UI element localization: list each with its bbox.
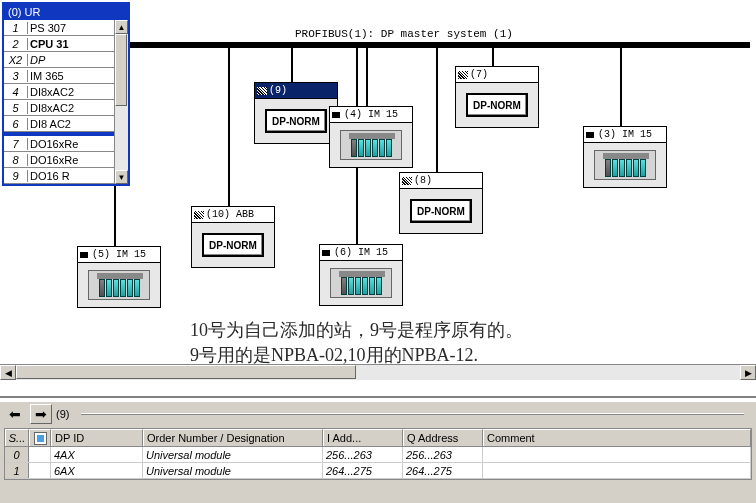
scroll-thumb[interactable]: [115, 34, 127, 106]
cell-icon: [29, 447, 51, 462]
node-label: (4) IM 15: [344, 109, 398, 120]
cell-iaddr: 264...275: [323, 463, 403, 478]
bus-line: [126, 42, 750, 48]
col-comment[interactable]: Comment: [483, 429, 751, 446]
module-table[interactable]: S... DP ID Order Number / Designation I …: [4, 428, 752, 480]
ur-slot-num: 6: [4, 118, 28, 130]
cell-dp-id: 6AX: [51, 463, 143, 478]
ur-slot-name: DI8xAC2: [28, 86, 114, 98]
cell-order: Universal module: [143, 463, 323, 478]
ur-scrollbar[interactable]: ▲ ▼: [114, 20, 128, 184]
scroll-right-icon[interactable]: ▶: [740, 365, 756, 380]
ur-row[interactable]: 5DI8xAC2: [4, 100, 114, 116]
cell-qaddr: 256...263: [403, 447, 483, 462]
ur-slot-num: 8: [4, 154, 28, 166]
ur-slot-num: 1: [4, 22, 28, 34]
rack-icon: [594, 150, 656, 180]
ur-slot-name: DO16 R: [28, 170, 114, 182]
node-label: (7): [470, 69, 488, 80]
col-dp-id[interactable]: DP ID: [51, 429, 143, 446]
col-slot[interactable]: S...: [5, 429, 29, 446]
module-icon: [34, 432, 47, 445]
detail-toolbar: ⬅ ➡ (9): [0, 402, 756, 426]
ur-title[interactable]: (0) UR: [4, 4, 128, 20]
ur-row[interactable]: 4DI8xAC2: [4, 84, 114, 100]
cell-comment: [483, 463, 751, 478]
dpnorm-box: DP-NORM: [202, 233, 264, 257]
rack-icon: [88, 270, 150, 300]
ur-slot-name: DI8xAC2: [28, 102, 114, 114]
ur-rack-window[interactable]: (0) UR 1PS 3072CPU 31X2DP3IM 3654DI8xAC2…: [2, 2, 130, 186]
cell-slot: 1: [5, 463, 29, 478]
node-9[interactable]: (9) DP-NORM: [254, 82, 338, 144]
ur-slot-name: DP: [28, 54, 114, 66]
ur-row[interactable]: 3IM 365: [4, 68, 114, 84]
node-8[interactable]: (8) DP-NORM: [399, 172, 483, 234]
drop-line: [492, 48, 494, 66]
node-7[interactable]: (7) DP-NORM: [455, 66, 539, 128]
scroll-up-icon[interactable]: ▲: [115, 20, 128, 34]
ur-row[interactable]: 9DO16 R: [4, 168, 114, 184]
ur-slot-num: X2: [4, 54, 28, 66]
drop-line: [291, 48, 293, 82]
node-label: (9): [269, 85, 287, 96]
hw-config-canvas[interactable]: PROFIBUS(1): DP master system (1) (9) DP…: [0, 0, 756, 380]
ur-row[interactable]: 7DO16xRe: [4, 136, 114, 152]
ur-slot-name: IM 365: [28, 70, 114, 82]
nav-back-button[interactable]: ⬅: [4, 404, 26, 424]
annotation-text: 10号为自己添加的站，9号是程序原有的。 9号用的是NPBA-02,10用的NP…: [190, 318, 523, 368]
cell-order: Universal module: [143, 447, 323, 462]
cell-dp-id: 4AX: [51, 447, 143, 462]
ur-slot-num: 7: [4, 138, 28, 150]
scroll-left-icon[interactable]: ◀: [0, 365, 16, 380]
node-4[interactable]: (4) IM 15: [329, 106, 413, 168]
ur-slot-num: 9: [4, 170, 28, 182]
detail-path: (9): [56, 408, 69, 420]
node-6[interactable]: (6) IM 15: [319, 244, 403, 306]
table-row[interactable]: 04AXUniversal module256...263256...263: [5, 447, 751, 463]
cell-icon: [29, 463, 51, 478]
col-icon[interactable]: [29, 429, 51, 446]
detail-panel: ⬅ ➡ (9) S... DP ID Order Number / Design…: [0, 396, 756, 503]
ur-row[interactable]: X2DP: [4, 52, 114, 68]
dpnorm-box: DP-NORM: [265, 109, 327, 133]
ur-row[interactable]: 6DI8 AC2: [4, 116, 114, 132]
ur-slot-num: 4: [4, 86, 28, 98]
node-label: (5) IM 15: [92, 249, 146, 260]
node-label: (8): [414, 175, 432, 186]
ur-row[interactable]: 8DO16xRe: [4, 152, 114, 168]
ur-slot-name: DO16xRe: [28, 138, 114, 150]
cell-iaddr: 256...263: [323, 447, 403, 462]
ur-slot-name: CPU 31: [28, 38, 114, 50]
cell-slot: 0: [5, 447, 29, 462]
drop-line: [366, 48, 368, 106]
scroll-down-icon[interactable]: ▼: [115, 170, 128, 184]
col-iaddr[interactable]: I Add...: [323, 429, 403, 446]
scroll-thumb[interactable]: [16, 365, 356, 379]
nav-forward-button[interactable]: ➡: [30, 404, 52, 424]
dpnorm-box: DP-NORM: [466, 93, 528, 117]
cell-comment: [483, 447, 751, 462]
node-10[interactable]: (10) ABB DP-NORM: [191, 206, 275, 268]
table-row[interactable]: 16AXUniversal module264...275264...275: [5, 463, 751, 479]
drop-line: [620, 48, 622, 126]
node-label: (10) ABB: [206, 209, 254, 220]
ur-row[interactable]: 1PS 307: [4, 20, 114, 36]
ur-slot-num: 2: [4, 38, 28, 50]
ur-slot-num: 3: [4, 70, 28, 82]
cell-qaddr: 264...275: [403, 463, 483, 478]
node-3[interactable]: (3) IM 15: [583, 126, 667, 188]
canvas-hscroll[interactable]: ◀ ▶: [0, 364, 756, 380]
node-label: (6) IM 15: [334, 247, 388, 258]
table-header: S... DP ID Order Number / Designation I …: [5, 429, 751, 447]
drop-line: [436, 48, 438, 172]
col-qaddr[interactable]: Q Address: [403, 429, 483, 446]
col-order[interactable]: Order Number / Designation: [143, 429, 323, 446]
ur-row[interactable]: 2CPU 31: [4, 36, 114, 52]
ur-slot-name: DI8 AC2: [28, 118, 114, 130]
dpnorm-box: DP-NORM: [410, 199, 472, 223]
node-5[interactable]: (5) IM 15: [77, 246, 161, 308]
toolbar-divider: [81, 413, 744, 415]
annotation-line: 10号为自己添加的站，9号是程序原有的。: [190, 318, 523, 343]
node-label: (3) IM 15: [598, 129, 652, 140]
